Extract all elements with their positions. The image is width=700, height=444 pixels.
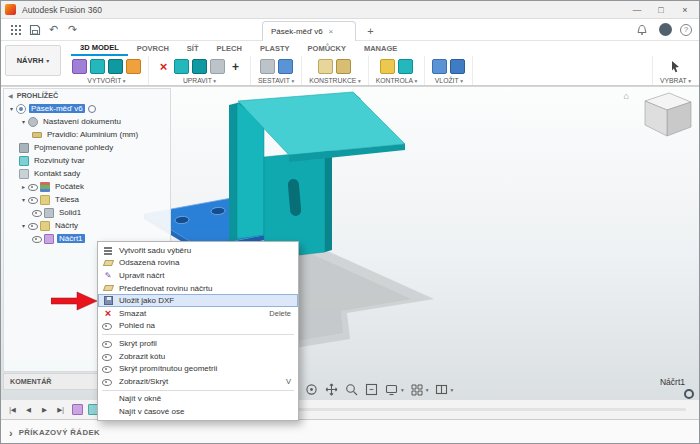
fit-icon[interactable] bbox=[364, 382, 379, 397]
menu-item-vytvorit-sadu-vyberu[interactable]: Vytvořit sadu výběru bbox=[98, 244, 298, 257]
menu-item-zobrazit-skryt[interactable]: Zobrazit/Skrýt V bbox=[98, 375, 298, 388]
group-label-sestavit[interactable]: SESTAVIT bbox=[258, 77, 294, 84]
menu-item-odsazena-rovina[interactable]: Odsazená rovina bbox=[98, 257, 298, 270]
section-analysis-icon[interactable] bbox=[398, 59, 413, 74]
tab-sit[interactable]: SÍŤ bbox=[178, 41, 208, 56]
grid-display-icon[interactable] bbox=[409, 382, 424, 397]
save-icon[interactable] bbox=[25, 21, 44, 38]
tab-plasty[interactable]: PLASTY bbox=[251, 41, 299, 56]
chevron-down-icon[interactable]: ▾ bbox=[401, 387, 404, 393]
visibility-eye-icon[interactable] bbox=[32, 208, 42, 217]
extrude-icon[interactable] bbox=[90, 59, 105, 74]
tree-item-pravidlo[interactable]: Pravidlo: Aluminium (mm) bbox=[4, 128, 170, 141]
tree-item-nastaveni-dokumentu[interactable]: Nastavení dokumentu bbox=[4, 115, 170, 128]
tab-pomucky[interactable]: POMŮCKY bbox=[299, 41, 355, 56]
group-label-vlozit[interactable]: VLOŽIT bbox=[435, 77, 463, 84]
tree-item-nacrty[interactable]: Náčrty bbox=[4, 219, 170, 232]
tab-3d-model[interactable]: 3D MODEL bbox=[71, 41, 128, 56]
fillet-icon[interactable] bbox=[192, 59, 207, 74]
notification-bell-icon[interactable] bbox=[632, 21, 651, 38]
menu-item-zobrazit-kotu[interactable]: Zobrazit kótu bbox=[98, 350, 298, 363]
expander-icon[interactable] bbox=[7, 105, 16, 112]
joint-icon[interactable] bbox=[278, 59, 293, 74]
insert-derive-icon[interactable] bbox=[432, 59, 447, 74]
expander-icon[interactable] bbox=[19, 118, 28, 125]
display-settings-icon[interactable] bbox=[384, 382, 399, 397]
pan-icon[interactable] bbox=[324, 382, 339, 397]
menu-item-skryt-promitnutou-geometrii[interactable]: Skrýt promítnutou geometrii bbox=[98, 362, 298, 375]
sketch-indicator-icon[interactable] bbox=[684, 389, 694, 399]
measure-icon[interactable] bbox=[380, 59, 395, 74]
tree-item-rozvinuty-tvar[interactable]: Rozvinutý tvar bbox=[4, 154, 170, 167]
tree-item-kontakt-sady[interactable]: Kontakt sady bbox=[4, 167, 170, 180]
menu-item-upravit-nacrt[interactable]: Upravit náčrt bbox=[98, 269, 298, 282]
design-workspace-button[interactable]: NÁVRH bbox=[5, 45, 61, 76]
viewports-icon[interactable] bbox=[434, 382, 449, 397]
create-sketch-icon[interactable] bbox=[72, 59, 87, 74]
tab-plech[interactable]: PLECH bbox=[208, 41, 251, 56]
group-label-upravit[interactable]: UPRAVIT bbox=[183, 77, 216, 84]
menu-item-najit-v-okne[interactable]: Najít v okně bbox=[98, 393, 298, 406]
sketch-marker-icon[interactable] bbox=[72, 404, 83, 415]
redo-icon[interactable] bbox=[63, 21, 82, 38]
tree-item-pocatek[interactable]: Počátek bbox=[4, 180, 170, 193]
menu-item-skryt-profil[interactable]: Skrýt profil bbox=[98, 337, 298, 350]
go-to-end-button[interactable]: ▶| bbox=[54, 403, 67, 416]
move-copy-icon[interactable] bbox=[228, 59, 243, 74]
menu-item-ulozit-jako-dxf[interactable]: Uložit jako DXF bbox=[98, 294, 298, 307]
shell-icon[interactable] bbox=[210, 59, 225, 74]
visibility-eye-icon[interactable] bbox=[28, 221, 38, 230]
command-line-bar[interactable]: › PŘÍKAZOVÝ ŘÁDEK bbox=[1, 419, 700, 444]
chevron-down-icon[interactable]: ▾ bbox=[426, 387, 429, 393]
tree-item-pojmenovane-pohledy[interactable]: Pojmenované pohledy bbox=[4, 141, 170, 154]
group-label-vytvorit[interactable]: VYTVOŘIT bbox=[87, 77, 125, 84]
menu-item-predefinovat-rovinu-nacrtu[interactable]: Předefinovat rovinu náčrtu bbox=[98, 282, 298, 295]
zoom-icon[interactable] bbox=[344, 382, 359, 397]
maximize-button[interactable]: □ bbox=[649, 1, 673, 18]
visibility-eye-icon[interactable] bbox=[28, 182, 38, 191]
new-tab-button[interactable]: + bbox=[363, 23, 378, 38]
user-avatar[interactable] bbox=[659, 23, 672, 36]
home-icon[interactable] bbox=[624, 91, 629, 101]
group-label-konstrukce[interactable]: KONSTRUKCE bbox=[309, 77, 361, 84]
insert-mesh-icon[interactable] bbox=[450, 59, 465, 74]
chevron-down-icon[interactable]: ▾ bbox=[451, 387, 454, 393]
view-cube[interactable] bbox=[633, 89, 697, 145]
select-cursor-icon[interactable] bbox=[668, 59, 683, 74]
press-pull-icon[interactable] bbox=[174, 59, 189, 74]
expander-icon[interactable] bbox=[19, 183, 28, 190]
collapse-panel-icon[interactable] bbox=[8, 91, 13, 100]
tree-item-solid1[interactable]: Solid1 bbox=[4, 206, 170, 219]
tab-povrch[interactable]: POVRCH bbox=[128, 41, 178, 56]
menu-item-pohled-na[interactable]: Pohled na bbox=[98, 320, 298, 333]
active-component-icon[interactable] bbox=[16, 104, 26, 114]
menu-item-smazat[interactable]: Smazat Delete bbox=[98, 307, 298, 320]
expander-icon[interactable] bbox=[19, 196, 28, 203]
group-label-kontrola[interactable]: KONTROLA bbox=[376, 77, 418, 84]
step-back-button[interactable]: ◀ bbox=[22, 403, 35, 416]
play-button[interactable]: ▶ bbox=[38, 403, 51, 416]
axis-icon[interactable] bbox=[336, 59, 351, 74]
revolve-icon[interactable] bbox=[108, 59, 123, 74]
visibility-eye-icon[interactable] bbox=[32, 234, 42, 243]
tab-manage[interactable]: MANAGE bbox=[355, 41, 406, 56]
expander-icon[interactable] bbox=[19, 222, 28, 229]
new-component-icon[interactable] bbox=[260, 59, 275, 74]
tab-close-icon[interactable]: × bbox=[329, 27, 334, 36]
undo-icon[interactable] bbox=[44, 21, 63, 38]
close-button[interactable]: × bbox=[673, 1, 697, 18]
look-at-icon[interactable] bbox=[304, 382, 319, 397]
group-label-vybrat[interactable]: VYBRAT bbox=[660, 77, 691, 84]
go-to-start-button[interactable]: |◀ bbox=[6, 403, 19, 416]
tree-item-telesa[interactable]: Tělesa bbox=[4, 193, 170, 206]
menu-item-najit-v-casove-ose[interactable]: Najít v časové ose bbox=[98, 405, 298, 418]
document-tab[interactable]: Pásek-měď v6 × bbox=[262, 21, 356, 41]
visibility-eye-icon[interactable] bbox=[28, 195, 38, 204]
help-icon[interactable]: ? bbox=[680, 24, 692, 36]
delete-icon[interactable] bbox=[156, 59, 171, 74]
tree-item-root[interactable]: Pásek-měď v6 bbox=[4, 102, 170, 115]
app-grid-icon[interactable] bbox=[6, 21, 25, 38]
offset-plane-icon[interactable] bbox=[318, 59, 333, 74]
form-icon[interactable] bbox=[126, 59, 141, 74]
minimize-button[interactable]: — bbox=[625, 1, 649, 18]
